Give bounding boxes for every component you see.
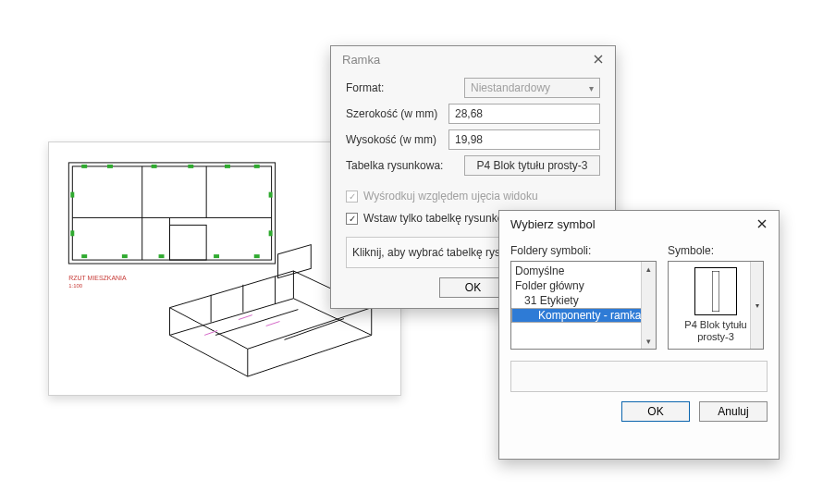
format-select-value: Niestandardowy: [471, 81, 550, 94]
svg-rect-12: [254, 165, 260, 168]
dialog-symbol-titlebar: Wybierz symbol: [499, 211, 779, 237]
svg-rect-9: [152, 165, 157, 168]
svg-line-35: [266, 322, 280, 326]
label-format: Format:: [346, 81, 464, 94]
symbol-cancel-button[interactable]: Anuluj: [699, 401, 768, 422]
description-panel: [510, 361, 768, 392]
scroll-up-icon[interactable]: ▴: [646, 262, 651, 277]
svg-rect-20: [269, 192, 273, 198]
checkbox-insert-only[interactable]: ✓: [346, 213, 358, 225]
label-titleblock: Tabelka rysunkowa:: [346, 159, 464, 172]
svg-rect-10: [188, 165, 193, 168]
svg-rect-18: [70, 192, 74, 198]
scroll-down-icon[interactable]: ▾: [646, 334, 651, 349]
svg-rect-15: [159, 254, 165, 258]
symbol-preview-thumbnail[interactable]: [694, 267, 737, 315]
svg-rect-21: [269, 230, 273, 236]
dialog-ramka-title: Ramka: [342, 53, 380, 67]
svg-marker-23: [169, 299, 371, 376]
dialog-symbol-title: Wybierz symbol: [510, 217, 596, 231]
label-height: Wysokość (w mm): [346, 133, 448, 146]
plan-caption-1: RZUT MIESZKANIA: [68, 275, 127, 281]
svg-rect-0: [68, 163, 275, 264]
dialog-ramka-form: Format: Niestandardowy ▾ Szerokość (w mm…: [331, 72, 615, 227]
scrollbar[interactable]: ▴ ▾: [641, 262, 656, 349]
svg-line-34: [239, 315, 252, 320]
symbol-name: P4 Blok tytułu prosty-3: [677, 319, 755, 343]
svg-line-31: [215, 310, 298, 336]
folder-tree[interactable]: Domyślne Folder główny 31 Etykiety Kompo…: [510, 261, 657, 350]
svg-rect-16: [214, 254, 219, 258]
svg-rect-37: [712, 271, 719, 312]
svg-rect-8: [107, 165, 113, 168]
svg-rect-14: [122, 254, 128, 258]
plan-caption-2: 1:100: [68, 283, 83, 289]
folders-label: Foldery symboli:: [510, 244, 657, 257]
dialog-select-symbol: Wybierz symbol Foldery symboli: Domyślne…: [498, 210, 780, 460]
close-icon[interactable]: [755, 216, 769, 231]
height-input[interactable]: [448, 129, 600, 150]
svg-rect-17: [254, 254, 260, 258]
chevron-down-icon: ▾: [589, 83, 594, 93]
dialog-ramka-titlebar: Ramka: [331, 46, 615, 72]
checkbox-center-row: ✓ Wyśrodkuj względem ujęcia widoku: [346, 187, 600, 205]
checkbox-center-label: Wyśrodkuj względem ujęcia widoku: [363, 190, 538, 203]
symbols-label: Symbole:: [668, 244, 764, 257]
svg-rect-6: [169, 225, 206, 260]
svg-rect-7: [81, 165, 87, 168]
width-input[interactable]: [448, 104, 600, 124]
svg-line-36: [204, 330, 217, 335]
svg-line-32: [284, 319, 343, 340]
checkbox-center: ✓: [346, 191, 358, 203]
dropdown-icon[interactable]: ▾: [750, 262, 763, 349]
symbol-preview-box[interactable]: P4 Blok tytułu prosty-3 ▾: [668, 261, 764, 350]
label-width: Szerokość (w mm): [346, 107, 448, 120]
svg-rect-33: [278, 245, 312, 278]
tree-item[interactable]: Domyślne: [511, 264, 656, 278]
ramka-ok-button[interactable]: OK: [439, 277, 508, 298]
tree-item[interactable]: 31 Etykiety: [511, 293, 656, 308]
svg-rect-1: [72, 166, 271, 260]
format-select[interactable]: Niestandardowy ▾: [464, 78, 600, 98]
tree-item[interactable]: Folder główny: [511, 278, 656, 293]
titleblock-button[interactable]: P4 Blok tytułu prosty-3: [464, 155, 600, 176]
checkbox-insert-label: Wstaw tylko tabelkę rysunkową: [363, 212, 518, 225]
symbol-ok-button[interactable]: OK: [621, 401, 690, 422]
svg-rect-11: [225, 165, 230, 168]
close-icon[interactable]: [591, 52, 606, 67]
svg-rect-19: [70, 230, 74, 236]
svg-rect-13: [81, 254, 87, 258]
tree-item-selected[interactable]: Komponenty - ramka: [511, 308, 656, 323]
